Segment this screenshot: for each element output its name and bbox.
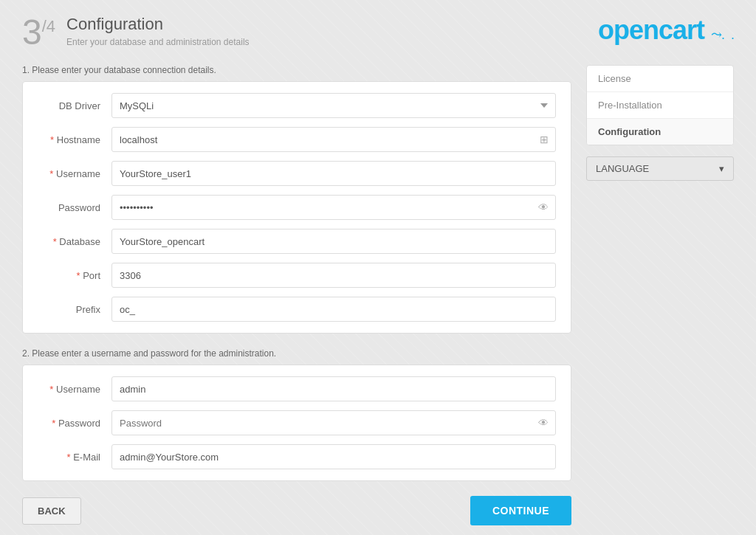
step-info: 3/4 Configuration Enter your database an… — [22, 15, 250, 50]
db-username-row: Username — [38, 161, 556, 186]
back-button[interactable]: BACK — [22, 497, 81, 525]
db-config-panel: DB Driver MySQLi MySQL PostgreSQL Hostna… — [22, 81, 571, 334]
hostname-label: Hostname — [38, 134, 111, 145]
prefix-input[interactable] — [111, 297, 556, 322]
sidebar-item-preinstallation[interactable]: Pre-Installation — [587, 92, 733, 119]
hostname-input[interactable] — [111, 127, 556, 152]
admin-email-input[interactable] — [111, 444, 556, 469]
admin-password-label: Password — [38, 418, 111, 429]
db-password-label: Password — [38, 202, 111, 213]
language-button-label: LANGUAGE — [596, 163, 649, 174]
db-username-input[interactable] — [111, 161, 556, 186]
admin-username-row: Username — [38, 376, 556, 401]
admin-username-label: Username — [38, 384, 111, 395]
admin-password-wrapper: 👁 — [111, 410, 556, 435]
language-dropdown-icon: ▾ — [719, 163, 724, 174]
page-title: Configuration — [66, 15, 249, 34]
admin-config-panel: Username Password 👁 E-Mail — [22, 365, 571, 481]
db-driver-select[interactable]: MySQLi MySQL PostgreSQL — [111, 93, 556, 118]
step-title-block: Configuration Enter your database and ad… — [66, 15, 249, 47]
prefix-row: Prefix — [38, 297, 556, 322]
step-number: 3/4 — [22, 15, 55, 50]
admin-email-label: E-Mail — [38, 452, 111, 463]
sidebar: License Pre-Installation Configuration L… — [586, 65, 734, 525]
hostname-icon: ⊞ — [540, 134, 549, 145]
continue-button[interactable]: CONTINUE — [470, 496, 571, 525]
db-driver-row: DB Driver MySQLi MySQL PostgreSQL — [38, 93, 556, 118]
section2-label: 2. Please enter a username and password … — [22, 348, 571, 359]
db-password-input[interactable] — [111, 195, 556, 220]
main-layout: 1. Please enter your database connection… — [22, 65, 734, 525]
admin-password-input[interactable] — [111, 410, 556, 435]
port-row: Port — [38, 263, 556, 288]
port-label: Port — [38, 270, 111, 281]
database-row: Database — [38, 229, 556, 254]
logo: opencart ⤳. . — [598, 15, 734, 46]
admin-username-input[interactable] — [111, 376, 556, 401]
page-header: 3/4 Configuration Enter your database an… — [22, 15, 734, 50]
port-input[interactable] — [111, 263, 556, 288]
language-button[interactable]: LANGUAGE ▾ — [586, 156, 734, 181]
page-subtitle: Enter your database and administration d… — [66, 37, 249, 47]
step-total: /4 — [42, 17, 55, 35]
section1-label: 1. Please enter your database connection… — [22, 65, 571, 75]
db-password-toggle-icon[interactable]: 👁 — [538, 201, 549, 213]
sidebar-item-license[interactable]: License — [587, 66, 733, 92]
database-input[interactable] — [111, 229, 556, 254]
hostname-row: Hostname ⊞ — [38, 127, 556, 152]
logo-text: opencart ⤳. . — [598, 15, 734, 46]
db-password-row: Password 👁 — [38, 195, 556, 220]
prefix-label: Prefix — [38, 304, 111, 315]
db-username-label: Username — [38, 168, 111, 179]
sidebar-item-configuration[interactable]: Configuration — [587, 119, 733, 145]
admin-password-row: Password 👁 — [38, 410, 556, 435]
hostname-wrapper: ⊞ — [111, 127, 556, 152]
sidebar-nav: License Pre-Installation Configuration — [586, 65, 734, 145]
db-password-wrapper: 👁 — [111, 195, 556, 220]
database-label: Database — [38, 236, 111, 247]
admin-password-toggle-icon[interactable]: 👁 — [538, 417, 549, 429]
admin-email-row: E-Mail — [38, 444, 556, 469]
db-driver-label: DB Driver — [38, 100, 111, 111]
content-area: 1. Please enter your database connection… — [22, 65, 571, 525]
bottom-actions: BACK CONTINUE — [22, 496, 571, 525]
step-num: 3 — [22, 13, 42, 52]
